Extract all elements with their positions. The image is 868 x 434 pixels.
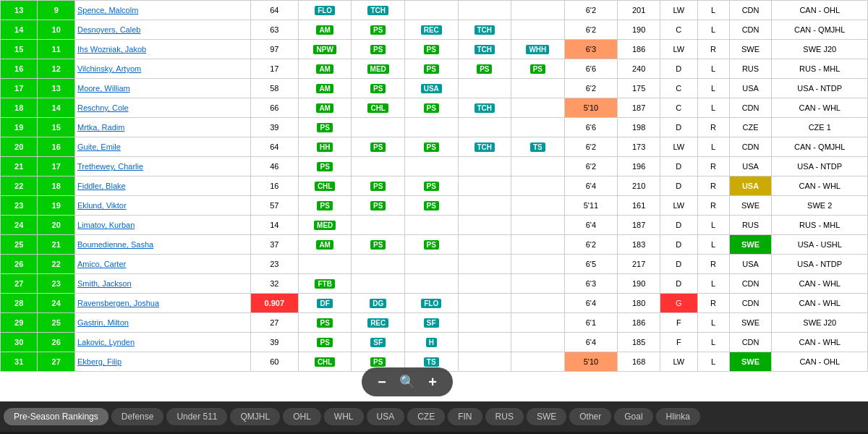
height-cell: 6'2 [564,137,618,157]
rank-cell: 15 [1,40,38,59]
pts-cell: 64 [250,137,298,157]
player-name-cell: Ihs Wozniak, Jakob [75,40,250,59]
tag4-cell: TCH [458,40,511,59]
player-name-link[interactable]: Amico, Carter [77,260,126,268]
height-cell: 6'2 [564,1,618,20]
player-name-link[interactable]: Mrtka, Radim [77,123,124,132]
nationality-cell: USA [729,157,772,176]
player-name-link[interactable]: Moore, William [77,84,130,93]
tag4-cell [458,352,511,372]
zoom-overlay: − 🔍 + [362,367,453,396]
rank-cell: 26 [1,255,38,274]
table-row: 14 10 Desnoyers, Caleb 63 AM PS REC TCH … [1,20,868,40]
player-name-link[interactable]: Limatov, Kurban [77,221,135,229]
player-name-link[interactable]: Smith, Jackson [77,279,132,288]
rank-cell: 20 [1,137,38,157]
height-cell: 6'4 [564,176,618,196]
pts-cell: 16 [250,176,298,196]
tag3-cell [404,1,458,20]
league-cell: CZE 1 [772,118,868,137]
tab-item[interactable]: CZE [407,408,445,425]
league-cell: RUS - MHL [772,59,868,79]
tab-item[interactable]: USA [367,408,405,425]
pick-cell: 9 [38,1,75,20]
height-cell: 6'1 [564,313,618,333]
league-cell: CAN - OHL [772,352,868,372]
player-name-link[interactable]: Ihs Wozniak, Jakob [77,45,146,54]
tag1-cell: PS [298,196,352,216]
shoot-cell: L [697,235,729,255]
table-row: 21 17 Trethewey, Charlie 46 PS 6'2 196 D… [1,157,868,176]
tab-item[interactable]: WHL [324,408,364,425]
tab-item[interactable]: FIN [448,408,482,425]
tab-item[interactable]: Goal [614,408,652,425]
tab-item[interactable]: QMJHL [230,408,280,425]
weight-cell: 173 [618,137,660,157]
position-cell: LW [660,1,697,20]
player-name-link[interactable]: Desnoyers, Caleb [77,25,140,34]
tag2-cell: PS [352,20,405,40]
player-name-link[interactable]: Vilchinsky, Artyom [77,64,141,73]
tab-item[interactable]: Under 511 [166,408,227,425]
tab-item[interactable]: OHL [283,408,321,425]
zoom-minus-button[interactable]: − [372,372,392,392]
league-cell: CAN - WHL [772,294,868,313]
rank-cell: 16 [1,59,38,79]
pts-cell: 66 [250,98,298,118]
pick-cell: 22 [38,255,75,274]
height-cell: 6'2 [564,235,618,255]
zoom-plus-button[interactable]: + [422,372,443,392]
player-name-link[interactable]: Spence, Malcolm [77,6,138,14]
player-name-link[interactable]: Eklund, Viktor [77,201,127,210]
player-name-cell: Guite, Emile [75,137,250,157]
player-name-link[interactable]: Fiddler, Blake [77,182,126,190]
tab-item[interactable]: RUS [485,408,524,425]
tag3-cell: USA [404,79,458,98]
height-cell: 6'3 [564,274,618,294]
player-name-link[interactable]: Reschny, Cole [77,103,129,112]
pts-cell: 63 [250,20,298,40]
tab-item[interactable]: Pre-Season Rankings [4,408,109,425]
rank-cell: 17 [1,79,38,98]
weight-cell: 198 [618,118,660,137]
player-name-link[interactable]: Boumedienne, Sasha [77,240,153,249]
tag5-cell [511,176,565,196]
pts-cell: 97 [250,40,298,59]
position-cell: D [660,118,697,137]
tab-item[interactable]: Defense [111,408,164,425]
player-name-link[interactable]: Gastrin, Milton [77,318,129,327]
nationality-cell: CDN [729,274,772,294]
shoot-cell: L [697,79,729,98]
league-cell: CAN - WHL [772,333,868,352]
tag3-cell: PS [404,98,458,118]
position-cell: D [660,235,697,255]
tab-item[interactable]: Hlinka [656,408,700,425]
player-name-cell: Spence, Malcolm [75,1,250,20]
player-name-link[interactable]: Guite, Emile [77,142,121,151]
tab-bar: Pre-Season RankingsDefenseUnder 511QMJHL… [0,401,868,432]
player-name-link[interactable]: Ravensbergen, Joshua [77,299,159,307]
shoot-cell: L [697,98,729,118]
tag1-cell: PS [298,333,352,352]
tag3-cell: PS [404,59,458,79]
tag5-cell: PS [511,59,565,79]
rank-cell: 24 [1,216,38,235]
tag2-cell [352,255,405,274]
weight-cell: 217 [618,255,660,274]
tag3-cell: PS [404,235,458,255]
tab-item[interactable]: SWE [527,408,566,425]
tag1-cell: AM [298,235,352,255]
tag1-cell: AM [298,79,352,98]
pick-cell: 11 [38,40,75,59]
position-cell: D [660,176,697,196]
nationality-cell: SWE [729,313,772,333]
tag5-cell [511,274,565,294]
tag3-cell: REC [404,20,458,40]
player-name-link[interactable]: Lakovic, Lynden [77,338,135,346]
table-row: 27 23 Smith, Jackson 32 FTB 6'3 190 D L … [1,274,868,294]
player-name-link[interactable]: Trethewey, Charlie [77,162,143,171]
player-name-link[interactable]: Ekberg, Filip [77,357,122,366]
tab-item[interactable]: Other [569,408,611,425]
pick-cell: 10 [38,20,75,40]
player-name-cell: Trethewey, Charlie [75,157,250,176]
